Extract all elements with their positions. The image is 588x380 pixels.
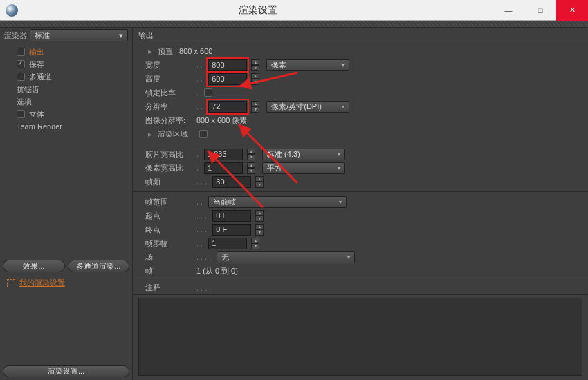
imgres-label: 图像分辨率: (145, 115, 194, 126)
sidebar: 渲染器 标准 ▾ 输出 保存 多通道 抗锯齿 选项 立体 Team Render (0, 28, 133, 380)
dots: . (196, 88, 199, 97)
notes-label: 注释 (145, 283, 194, 293)
disclosure-icon[interactable]: ▸ (145, 130, 155, 139)
dots: . . . (196, 225, 207, 234)
to-input[interactable]: 0 F (212, 224, 251, 236)
height-label: 高度 (145, 74, 194, 84)
width-stepper[interactable]: ▴▾ (251, 59, 259, 71)
resolution-unit-dropdown[interactable]: 像素/英寸(DPI)▾ (266, 101, 349, 113)
multipass-button[interactable]: 多通道渲染... (68, 260, 130, 272)
width-input[interactable]: 800 (208, 59, 247, 71)
from-input[interactable]: 0 F (212, 210, 251, 222)
chevron-down-icon: ▾ (342, 62, 344, 68)
range-dropdown[interactable]: 当前帧▾ (208, 196, 347, 208)
height-stepper[interactable]: ▴▾ (251, 73, 259, 85)
dots: . . . (196, 211, 207, 220)
fps-value: 30 (216, 178, 224, 186)
fps-input[interactable]: 30 (212, 176, 251, 188)
resolution-input[interactable]: 72 (208, 101, 247, 113)
config-icon (7, 279, 15, 287)
chevron-down-icon: ▾ (339, 199, 342, 205)
step-input[interactable]: 1 (208, 238, 247, 249)
tree-item-stereo[interactable]: 立体 (0, 108, 132, 120)
filmasp-label: 胶片宽高比 (145, 149, 194, 160)
tree-label: Team Render (17, 122, 62, 131)
chevron-down-icon: ▾ (119, 31, 123, 40)
app-icon (6, 4, 18, 17)
filmasp-input[interactable]: 1.333 (204, 149, 243, 160)
tree-item-save[interactable]: 保存 (0, 58, 132, 70)
width-value: 800 (212, 61, 224, 69)
resolution-value: 72 (212, 102, 220, 111)
settings-tree: 输出 保存 多通道 抗锯齿 选项 立体 Team Render (0, 43, 132, 133)
lockratio-checkbox[interactable] (204, 88, 212, 97)
chevron-down-icon: ▾ (338, 165, 340, 171)
width-unit-dropdown[interactable]: 像素▾ (266, 59, 349, 71)
step-stepper[interactable]: ▴▾ (251, 238, 259, 249)
renderer-label: 渲染器 (4, 30, 27, 41)
pixasp-dropdown[interactable]: 平方▾ (262, 162, 345, 174)
disclosure-icon[interactable]: ▸ (145, 47, 155, 56)
from-label: 起点 (145, 211, 194, 221)
range-label: 帧范围 (145, 197, 194, 207)
renderer-dropdown[interactable]: 标准 ▾ (30, 29, 128, 41)
tree-label: 立体 (29, 109, 44, 120)
field-dropdown[interactable]: 无▾ (217, 251, 355, 263)
step-label: 帧步幅 (145, 238, 194, 249)
pixasp-label: 像素宽高比 (145, 163, 194, 173)
to-stepper[interactable]: ▴▾ (255, 224, 264, 236)
panel-header: 输出 (133, 29, 588, 41)
tree-item-teamrender[interactable]: Team Render (0, 120, 132, 133)
tree-item-output[interactable]: 输出 (0, 46, 132, 58)
effects-button[interactable]: 效果... (3, 260, 65, 272)
frames-label: 帧: (145, 266, 194, 276)
height-input[interactable]: 600 (208, 73, 247, 85)
filmasp-dropdown[interactable]: 标准 (4:3)▾ (262, 149, 345, 160)
fps-stepper[interactable]: ▴▾ (255, 176, 264, 188)
tree-label: 抗锯齿 (17, 84, 39, 95)
checkbox[interactable] (17, 73, 25, 81)
unit-value: 标准 (4:3) (267, 149, 300, 160)
close-button[interactable]: ✕ (556, 0, 588, 21)
myconfig-link[interactable]: 我的渲染设置 (19, 278, 65, 288)
tree-item-options[interactable]: 选项 (0, 95, 132, 108)
checkbox[interactable] (17, 110, 25, 118)
preset-label: 预置: (158, 46, 175, 57)
step-value: 1 (212, 239, 216, 247)
height-value: 600 (212, 75, 224, 83)
region-checkbox[interactable] (199, 130, 208, 138)
dots: . . (196, 61, 203, 69)
tree-label: 输出 (29, 47, 44, 57)
tree-item-aa[interactable]: 抗锯齿 (0, 83, 132, 95)
preset-value: 800 x 600 (179, 47, 212, 55)
frames-value: 1 (从 0 到 0) (196, 266, 238, 276)
width-label: 宽度 (145, 60, 194, 70)
region-label: 渲染区域 (158, 129, 196, 140)
renderer-value: 标准 (35, 30, 50, 41)
to-value: 0 F (216, 225, 227, 234)
dots: . . . (196, 178, 207, 186)
maximize-button[interactable]: □ (524, 0, 556, 21)
window-title: 渲染设置 (24, 4, 493, 17)
from-stepper[interactable]: ▴▾ (255, 210, 264, 222)
resolution-stepper[interactable]: ▴▾ (251, 101, 259, 113)
tree-item-multipass[interactable]: 多通道 (0, 70, 132, 83)
pixasp-input[interactable]: 1 (204, 162, 243, 174)
pixasp-stepper[interactable]: ▴▾ (247, 162, 255, 174)
notes-textarea[interactable] (138, 298, 582, 376)
render-settings-button[interactable]: 渲染设置... (3, 365, 129, 377)
main-panel: 输出 ▸ 预置: 800 x 600 宽度. . 800 ▴▾ 像素▾ 高度. (133, 28, 588, 380)
dots: . . (196, 102, 203, 111)
pixasp-value: 1 (208, 164, 212, 172)
checkbox[interactable] (17, 48, 25, 56)
filmasp-stepper[interactable]: ▴▾ (247, 149, 255, 160)
titlebar: 渲染设置 — □ ✕ (0, 0, 588, 21)
tree-label: 多通道 (29, 72, 52, 82)
checkbox[interactable] (17, 60, 25, 68)
filmasp-value: 1.333 (208, 150, 227, 158)
minimize-button[interactable]: — (493, 0, 524, 21)
field-value: 无 (221, 252, 229, 263)
dots: . . . . (196, 253, 211, 261)
dots: . . (196, 198, 203, 206)
dots: . . . . (196, 284, 211, 292)
